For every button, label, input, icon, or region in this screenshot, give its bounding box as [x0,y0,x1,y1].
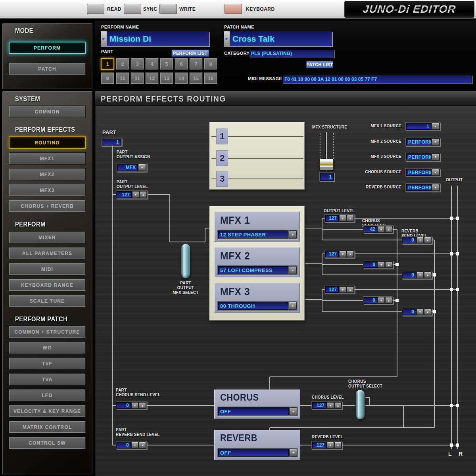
mfx2-effect-value: 57 LOFI COMPRESS [218,266,288,274]
part-output-level-spinner[interactable]: 127 ▼ ▲ [116,190,148,199]
mfx2-chorus-send-spinner[interactable]: 0 ▼ ▲ [363,261,393,269]
chorus-effect-dropdown[interactable]: OFF ▼ [217,407,298,416]
decrement-icon[interactable]: ▼ [339,251,346,257]
mfx3-block: MFX 3 00 THROUGH ▼ [214,283,300,313]
mfx-structure-slider-handle[interactable] [319,159,334,170]
chorus-source-dropdown[interactable]: PERFORM ▼ [405,168,440,177]
dropdown-arrow-icon[interactable]: ▼ [289,449,297,457]
increment-icon[interactable]: ▲ [347,251,354,257]
output-assign-label-1: PART [117,150,127,154]
mfx2-effect-dropdown[interactable]: 57 LOFI COMPRESS ▼ [217,265,298,275]
increment-icon[interactable]: ▲ [334,402,342,409]
decrement-icon[interactable]: ▼ [378,261,385,268]
decrement-icon[interactable]: ▼ [131,442,138,448]
mfx3-output-level-spinner[interactable]: 127 ▼ ▲ [324,286,355,294]
chorus-level-value: 127 [312,402,326,409]
increment-icon[interactable]: ▲ [385,297,392,303]
mfx-select-label-3: MFX SELECT [167,290,205,295]
routing-part-field[interactable]: 1 [101,138,122,146]
chorus-level-spinner[interactable]: 127 ▼ ▲ [311,401,342,409]
reverb-source-value: PERFORM [406,184,431,191]
decrement-icon[interactable]: ▼ [416,272,424,278]
mfx1-output-level-value: 127 [325,215,339,221]
chorus-source-value: PERFORM [406,169,431,176]
reverb-source-dropdown[interactable]: PERFORM ▼ [405,183,440,192]
decrement-icon[interactable]: ▼ [378,226,385,232]
mfx3-source-dropdown[interactable]: PERFORM ▼ [405,153,440,161]
mfx1-reverb-send-spinner[interactable]: 0 ▼ ▲ [402,236,432,244]
chorus-send-column-label-1: CHORUS [362,219,380,223]
output-lr-label: L R [448,451,465,457]
mfx2-output-level-value: 127 [325,251,339,257]
increment-icon[interactable]: ▲ [424,309,431,315]
increment-icon[interactable]: ▲ [424,272,431,278]
mfx-structure-value-field[interactable]: 1 [319,172,334,181]
mfx2-reverb-send-spinner[interactable]: 0 ▼ ▲ [402,271,432,279]
output-level-label-1: PART [117,180,127,184]
dropdown-arrow-icon[interactable]: ▼ [432,154,440,160]
decrement-icon[interactable]: ▼ [416,237,424,243]
routing-part-value: 1 [102,139,121,145]
mfx3-source-value: PERFORM [406,154,431,160]
part-output-level-value: 127 [117,191,132,198]
chorus-level-label: CHORUS LEVEL [312,395,344,399]
dropdown-arrow-icon[interactable]: ▼ [432,184,440,191]
increment-icon[interactable]: ▲ [140,191,147,198]
dropdown-arrow-icon[interactable]: ▼ [289,266,297,274]
increment-icon[interactable]: ▲ [347,215,354,221]
dropdown-arrow-icon[interactable]: ▼ [289,407,297,415]
mfx1-output-level-spinner[interactable]: 127 ▼ ▲ [324,214,355,222]
routing-part-label: PART [102,129,116,135]
decrement-icon[interactable]: ▼ [339,215,346,221]
part-output-assign-dropdown[interactable]: MFX ▼ [117,163,147,172]
mfx1-chorus-send-spinner[interactable]: 42 ▼ ▲ [363,225,393,233]
output-assign-label-2: OUTPUT ASSIGN [117,155,150,159]
mfx3-reverb-send-spinner[interactable]: 0 ▼ ▲ [402,308,432,316]
part-chorus-send-spinner[interactable]: 0 ▼ ▲ [116,401,147,409]
dropdown-arrow-icon[interactable]: ▼ [289,302,297,310]
mfx-select-label-1: PART [167,281,205,285]
reverb-effect-dropdown[interactable]: OFF ▼ [217,448,298,457]
increment-icon[interactable]: ▲ [334,442,342,448]
chorus-title: CHORUS [220,392,259,403]
mfx-structure-value: 1 [320,173,334,180]
decrement-icon[interactable]: ▼ [327,402,334,409]
output-level-label-2: OUTPUT LEVEL [117,184,148,189]
chorus-output-select-switch[interactable] [355,390,365,420]
increment-icon[interactable]: ▲ [385,261,392,268]
decrement-icon[interactable]: ▼ [416,309,424,315]
structure-row-3: 3 [216,171,228,187]
increment-icon[interactable]: ▲ [385,226,392,232]
mfx3-effect-dropdown[interactable]: 00 THROUGH ▼ [217,301,298,311]
part-reverb-send-label-2: REVERB SEND LEVEL [116,432,160,437]
increment-icon[interactable]: ▲ [139,442,146,448]
dropdown-arrow-icon[interactable]: ▼ [289,230,297,238]
decrement-icon[interactable]: ▼ [131,402,138,409]
dropdown-arrow-icon[interactable]: ▼ [138,164,146,171]
part-output-mfx-select-switch[interactable] [181,244,190,278]
decrement-icon[interactable]: ▼ [132,191,139,198]
mfx1-source-dropdown[interactable]: 1 ▼ [405,122,440,131]
mfx1-title: MFX 1 [220,214,250,226]
increment-icon[interactable]: ▲ [139,402,146,409]
mfx3-chorus-send-spinner[interactable]: 0 ▼ ▲ [363,296,393,304]
dropdown-arrow-icon[interactable]: ▼ [432,169,440,176]
dropdown-arrow-icon[interactable]: ▼ [432,138,440,145]
increment-icon[interactable]: ▲ [347,286,354,293]
mfx2-output-level-spinner[interactable]: 127 ▼ ▲ [324,250,355,258]
decrement-icon[interactable]: ▼ [339,286,346,293]
mfx2-source-dropdown[interactable]: PERFORM ▼ [405,138,440,146]
part-reverb-send-spinner[interactable]: 0 ▼ ▲ [116,441,147,449]
mfx1-effect-dropdown[interactable]: 12 STEP PHASER ▼ [217,230,298,239]
reverb-source-label: REVERB SOURCE [360,185,401,189]
chorus-effect-value: OFF [218,407,289,415]
mfx3-chorus-send-value: 0 [364,297,377,303]
mfx-select-label-2: OUTPUT [167,286,205,290]
part-chorus-send-label-1: PART [116,388,127,392]
mfx1-chorus-send-value: 42 [364,226,377,232]
reverb-level-spinner[interactable]: 127 ▼ ▲ [311,441,342,449]
decrement-icon[interactable]: ▼ [327,442,334,448]
decrement-icon[interactable]: ▼ [378,297,385,303]
increment-icon[interactable]: ▲ [424,237,431,243]
dropdown-arrow-icon[interactable]: ▼ [432,123,440,130]
